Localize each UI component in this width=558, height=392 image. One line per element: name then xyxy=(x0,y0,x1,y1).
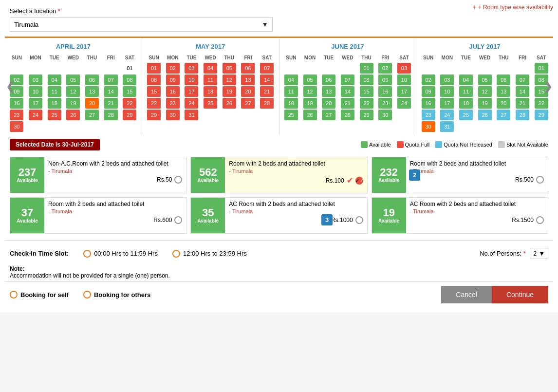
calendar-day-cell[interactable]: 17 xyxy=(438,97,457,109)
room-card[interactable]: 232Available Room with 2 beds and attach… xyxy=(372,157,548,193)
calendar-day-cell[interactable]: 23 xyxy=(419,109,438,121)
calendar-day-cell[interactable]: 30 xyxy=(7,121,26,132)
calendar-day-cell[interactable]: 31 xyxy=(182,109,201,121)
calendar-day-cell[interactable]: 16 xyxy=(163,86,182,97)
calendar-day-cell[interactable]: 13 xyxy=(239,74,258,86)
calendar-day-cell[interactable]: 09 xyxy=(163,74,182,86)
calendar-day-cell[interactable]: 10 xyxy=(395,74,414,86)
calendar-day-cell[interactable]: 27 xyxy=(83,109,102,121)
calendar-day-cell[interactable]: 01 xyxy=(145,62,164,74)
room-select-radio[interactable] xyxy=(536,216,544,224)
calendar-day-cell[interactable]: 24 xyxy=(438,109,457,121)
calendar-day-cell[interactable]: 22 xyxy=(120,97,139,109)
calendar-day-cell[interactable]: 12 xyxy=(300,86,319,97)
calendar-day-cell[interactable]: 11 xyxy=(201,74,220,86)
booking-self[interactable]: Booking for self xyxy=(10,291,69,299)
calendar-day-cell[interactable]: 20 xyxy=(319,97,338,109)
calendar-day-cell[interactable]: 29 xyxy=(532,109,551,121)
calendar-day-cell[interactable]: 21 xyxy=(338,97,357,109)
calendar-day-cell[interactable]: 23 xyxy=(376,97,395,109)
calendar-day-cell[interactable]: 14 xyxy=(101,86,120,97)
calendar-day-cell[interactable]: 30 xyxy=(376,109,395,121)
calendar-day-cell[interactable]: 18 xyxy=(45,97,64,109)
calendar-day-cell[interactable]: 17 xyxy=(182,86,201,97)
calendar-day-cell[interactable]: 17 xyxy=(395,86,414,97)
calendar-day-cell[interactable]: 28 xyxy=(258,97,277,109)
calendar-day-cell[interactable]: 22 xyxy=(532,97,551,109)
calendar-day-cell[interactable]: 04 xyxy=(282,74,301,86)
calendar-day-cell[interactable]: 11 xyxy=(282,86,301,97)
checkin-option2[interactable]: 12:00 Hrs to 23:59 Hrs xyxy=(172,250,247,258)
calendar-day-cell[interactable]: 16 xyxy=(419,97,438,109)
calendar-day-cell[interactable]: 26 xyxy=(475,109,494,121)
booking-self-radio[interactable] xyxy=(10,291,18,299)
calendar-day-cell[interactable]: 18 xyxy=(201,86,220,97)
calendar-day-cell[interactable]: 25 xyxy=(45,109,64,121)
calendar-day-cell[interactable]: 30 xyxy=(163,109,182,121)
calendar-day-cell[interactable]: 01 xyxy=(357,62,376,74)
calendar-day-cell[interactable]: 06 xyxy=(83,74,102,86)
calendar-day-cell[interactable]: 24 xyxy=(182,97,201,109)
calendar-day-cell[interactable]: 28 xyxy=(338,109,357,121)
calendar-day-cell[interactable]: 18 xyxy=(457,97,476,109)
calendar-day-cell[interactable]: 20 xyxy=(494,97,513,109)
room-card[interactable]: 19Available AC Room with 2 beds and atta… xyxy=(372,197,548,234)
calendar-day-cell[interactable]: 12 xyxy=(220,74,239,86)
calendar-day-cell[interactable]: 21 xyxy=(258,86,277,97)
calendar-day-cell[interactable]: 19 xyxy=(64,97,83,109)
calendar-day-cell[interactable]: 16 xyxy=(376,86,395,97)
calendar-day-cell[interactable]: 14 xyxy=(338,86,357,97)
calendar-day-cell[interactable]: 24 xyxy=(26,109,45,121)
calendar-day-cell[interactable]: 21 xyxy=(513,97,532,109)
calendar-day-cell[interactable]: 19 xyxy=(300,97,319,109)
room-select-radio[interactable] xyxy=(536,176,544,184)
calendar-day-cell[interactable]: 12 xyxy=(64,86,83,97)
calendar-day-cell[interactable]: 17 xyxy=(26,97,45,109)
calendar-day-cell[interactable]: 03 xyxy=(26,74,45,86)
calendar-day-cell[interactable]: 05 xyxy=(475,74,494,86)
calendar-day-cell[interactable]: 06 xyxy=(239,62,258,74)
calendar-day-cell[interactable]: 20 xyxy=(239,86,258,97)
calendar-day-cell[interactable]: 11 xyxy=(45,86,64,97)
calendar-day-cell[interactable]: 23 xyxy=(163,97,182,109)
calendar-day-cell[interactable]: 13 xyxy=(83,86,102,97)
calendar-day-cell[interactable]: 15 xyxy=(357,86,376,97)
booking-others-radio[interactable] xyxy=(83,291,91,299)
calendar-day-cell[interactable]: 19 xyxy=(220,86,239,97)
calendar-day-cell[interactable]: 28 xyxy=(101,109,120,121)
calendar-day-cell[interactable]: 24 xyxy=(395,97,414,109)
calendar-day-cell[interactable]: 14 xyxy=(258,74,277,86)
calendar-day-cell[interactable]: 16 xyxy=(7,97,26,109)
room-select-radio[interactable] xyxy=(174,176,182,184)
checkin-radio1[interactable] xyxy=(83,250,91,258)
prev-month-button[interactable]: ❮ xyxy=(6,80,15,93)
calendar-day-cell[interactable]: 29 xyxy=(120,109,139,121)
calendar-day-cell[interactable]: 27 xyxy=(494,109,513,121)
room-type-link[interactable]: + + Room type wise availability xyxy=(473,4,553,11)
calendar-day-cell[interactable]: 04 xyxy=(45,74,64,86)
calendar-day-cell[interactable]: 12 xyxy=(475,86,494,97)
calendar-day-cell[interactable]: 07 xyxy=(338,74,357,86)
calendar-day-cell[interactable]: 13 xyxy=(494,86,513,97)
calendar-day-cell[interactable]: 01 xyxy=(532,62,551,74)
calendar-day-cell[interactable]: 05 xyxy=(220,62,239,74)
room-select-radio[interactable]: ✓ xyxy=(355,177,363,185)
booking-others[interactable]: Booking for others xyxy=(83,291,150,299)
calendar-day-cell[interactable]: 14 xyxy=(513,86,532,97)
calendar-day-cell[interactable]: 27 xyxy=(319,109,338,121)
calendar-day-cell[interactable]: 25 xyxy=(282,109,301,121)
calendar-day-cell[interactable]: 22 xyxy=(145,97,164,109)
calendar-day-cell[interactable]: 02 xyxy=(376,62,395,74)
calendar-day-cell[interactable]: 22 xyxy=(357,97,376,109)
calendar-day-cell[interactable]: 26 xyxy=(64,109,83,121)
next-month-button[interactable]: ❯ xyxy=(543,80,552,93)
calendar-day-cell[interactable]: 18 xyxy=(282,97,301,109)
calendar-day-cell[interactable]: 29 xyxy=(145,109,164,121)
calendar-day-cell[interactable]: 26 xyxy=(300,109,319,121)
calendar-day-cell[interactable]: 30 xyxy=(419,121,438,132)
room-select-radio[interactable] xyxy=(355,216,363,224)
room-card[interactable]: 37Available Room with 2 beds and attache… xyxy=(10,197,186,234)
location-dropdown[interactable]: Tirumala ▼ xyxy=(10,17,273,32)
calendar-day-cell[interactable]: 03 xyxy=(182,62,201,74)
calendar-day-cell[interactable]: 26 xyxy=(220,97,239,109)
